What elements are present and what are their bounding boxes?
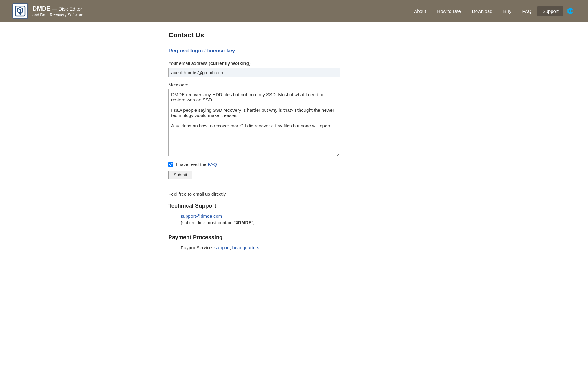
email-label-bold: currently working — [210, 61, 249, 66]
faq-link[interactable]: FAQ — [208, 162, 217, 167]
nav-download[interactable]: Download — [467, 6, 497, 16]
faq-checkbox[interactable] — [168, 162, 173, 167]
subject-note-post: ") — [251, 220, 254, 225]
logo-area: DMDE — Disk Editor and Data Recovery Sof… — [12, 3, 83, 19]
email-label-pre: Your email address ( — [168, 61, 210, 66]
tech-support-title: Technical Support — [168, 203, 420, 209]
email-label-end: ): — [249, 61, 252, 66]
nav-about[interactable]: About — [409, 6, 431, 16]
page-content: Contact Us Request login / license key Y… — [156, 22, 432, 269]
paypro-support-link[interactable]: support — [214, 245, 230, 250]
nav-howto[interactable]: How to Use — [432, 6, 466, 16]
divider-text: Feel free to email us directly — [168, 191, 420, 197]
brand-tagline1: — Disk Editor — [52, 6, 82, 12]
logo-text: DMDE — Disk Editor and Data Recovery Sof… — [32, 5, 83, 18]
submit-button[interactable]: Submit — [168, 171, 192, 179]
checkbox-label: I have read the FAQ — [176, 162, 217, 167]
subject-note-bold: 4DMDE — [236, 220, 252, 225]
language-icon[interactable]: 🌐 — [565, 6, 576, 17]
main-nav: About How to Use Download Buy FAQ Suppor… — [409, 6, 576, 17]
brand-name: DMDE — [32, 5, 51, 12]
request-login-link[interactable]: Request login / license key — [168, 48, 420, 54]
checkbox-text-pre: I have read the — [176, 162, 208, 167]
subject-note-pre: (subject line must contain " — [181, 220, 236, 225]
nav-buy[interactable]: Buy — [499, 6, 516, 16]
contact-form: Your email address (currently working): … — [168, 61, 420, 179]
faq-checkbox-row: I have read the FAQ — [168, 162, 420, 167]
paypro-pre: Paypro Service: — [181, 245, 214, 250]
brand-tagline2: and Data Recovery Software — [32, 13, 83, 18]
nav-support[interactable]: Support — [537, 6, 564, 16]
support-email-link[interactable]: support@dmde.com — [181, 213, 420, 219]
email-label: Your email address (currently working): — [168, 61, 420, 66]
paypro-hq-link[interactable]: headquarters: — [232, 245, 261, 250]
nav-faq[interactable]: FAQ — [517, 6, 536, 16]
subject-note: (subject line must contain "4DMDE") — [181, 220, 420, 225]
email-input[interactable] — [168, 68, 340, 77]
site-header: DMDE — Disk Editor and Data Recovery Sof… — [0, 0, 588, 22]
message-textarea[interactable]: DMDE recovers my HDD files but not from … — [168, 89, 340, 156]
paypro-row: Paypro Service: support, headquarters: — [181, 245, 420, 250]
page-title: Contact Us — [168, 31, 420, 39]
payment-title: Payment Processing — [168, 234, 420, 241]
message-label: Message: — [168, 82, 420, 87]
logo-icon — [12, 3, 28, 19]
